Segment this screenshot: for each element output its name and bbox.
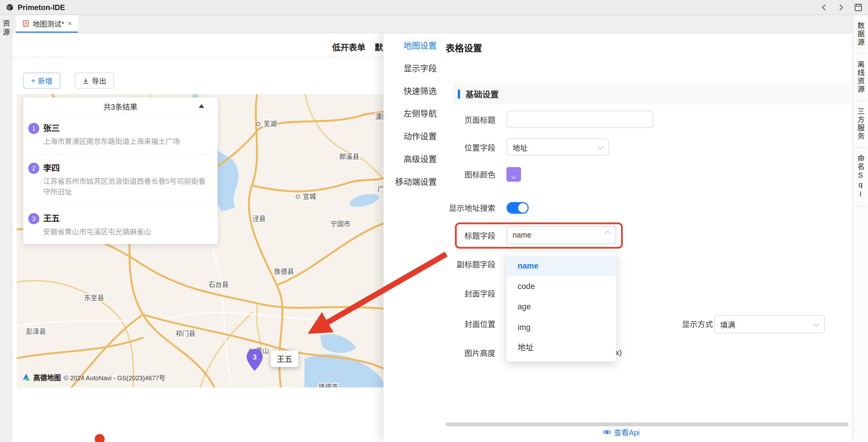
results-panel: 共3条结果 1张三上海市黄浦区南京东路街道上海来福士广场2李四江苏省苏州市姑苏区…: [23, 97, 218, 244]
section-title: 基础设置: [466, 88, 499, 100]
dropdown-option[interactable]: img: [506, 317, 616, 338]
chevron-down-icon: [512, 174, 516, 179]
section-accent-bar: [458, 90, 460, 98]
address-search-label: 显示地址搜索: [406, 202, 495, 213]
app-window: Primeton-IDE 资源 地图测试* × 数据源离线资源三方服务命名Sql…: [0, 0, 868, 442]
item-address: 安徽省黄山市屯溪区屯光镇麻雀山: [43, 226, 212, 237]
dropdown-option[interactable]: 地址: [506, 338, 616, 358]
map-marker-index: 3: [253, 353, 257, 361]
left-rail-resources[interactable]: 资源: [1, 20, 11, 442]
dropdown-option[interactable]: age: [506, 297, 616, 317]
nav-forward-icon[interactable]: [837, 3, 845, 11]
eye-icon: [603, 429, 611, 435]
map-marker-label[interactable]: 王五: [271, 350, 299, 367]
tab-map-test[interactable]: 地图测试* ×: [16, 15, 78, 33]
map-place-label: 彭泽县: [26, 328, 46, 335]
map-place-label: 建德市: [318, 383, 338, 387]
list-item[interactable]: 2李四江苏省苏州市姑苏区沧浪街道西善长巷5号司前街看守所旧址: [23, 155, 218, 206]
document-icon: [22, 20, 29, 27]
export-button[interactable]: 导出: [75, 72, 114, 88]
item-name: 张三: [43, 122, 212, 133]
map-place-label: 溧阳: [375, 113, 383, 121]
settings-nav-item[interactable]: 快速筛选: [383, 80, 439, 102]
map-place-label: 芜湖: [264, 120, 277, 128]
item-index-badge: 3: [28, 213, 39, 224]
item-index-badge: 1: [28, 123, 39, 134]
toolbar-divider: [12, 57, 383, 58]
results-header: 共3条结果: [23, 97, 218, 115]
title-field-select[interactable]: name: [506, 226, 616, 244]
map-place-label: 泾县: [252, 215, 266, 222]
app-logo-icon: [6, 3, 14, 11]
subtitle-field-label: 副标题字段: [406, 258, 495, 270]
map-place-label: 旌德县: [274, 268, 294, 275]
settings-panel: 地图设置显示字段快速筛选左侧导航动作设置高级设置移动端设置 表格设置 基础设置 …: [383, 33, 852, 442]
item-name: 李四: [43, 161, 212, 173]
add-button[interactable]: + 新增: [23, 72, 60, 88]
download-icon: [83, 77, 89, 84]
item-body: 王五安徽省黄山市屯溪区屯光镇麻雀山: [43, 212, 212, 237]
title-field-dropdown: namecodeageimg地址: [506, 253, 616, 361]
page-title-label: 页面标题: [406, 114, 495, 125]
item-address: 江苏省苏州市姑苏区沧浪街道西善长巷5号司前街看守所旧址: [43, 176, 212, 197]
icon-color-label: 图标颜色: [406, 169, 495, 180]
location-field-select[interactable]: 地址: [506, 138, 609, 155]
title-bar: Primeton-IDE: [0, 0, 868, 15]
icon-color-picker[interactable]: [506, 167, 521, 182]
collapse-icon[interactable]: [199, 104, 205, 108]
toolbar-form-type[interactable]: 低开表单: [332, 41, 365, 53]
chevron-down-icon: [813, 320, 819, 326]
list-item[interactable]: 3王五安徽省黄山市屯溪区屯光镇麻雀山: [23, 205, 218, 244]
right-rail: 数据源离线资源三方服务命名Sql: [852, 15, 868, 442]
page-title-input[interactable]: [506, 111, 653, 128]
map-attribution: 高德地图 © 2024 AutoNavi - GS(2023)4677号: [22, 372, 165, 383]
horizontal-scrollbar[interactable]: [445, 422, 848, 427]
cover-position-label: 封面位置: [406, 318, 495, 329]
section-header: 基础设置: [453, 83, 850, 104]
tab-close-icon[interactable]: ×: [68, 20, 72, 27]
nav-back-icon[interactable]: [820, 3, 828, 11]
view-api-label: 查看Api: [614, 427, 640, 437]
tab-label: 地图测试*: [33, 18, 64, 29]
right-rail-item[interactable]: 数据源: [855, 15, 866, 54]
list-item[interactable]: 1张三上海市黄浦区南京东路街道上海来福士广场: [23, 115, 218, 155]
display-mode-select[interactable]: 填满: [714, 315, 825, 333]
item-body: 李四江苏省苏州市姑苏区沧浪街道西善长巷5号司前街看守所旧址: [43, 161, 212, 197]
dropdown-option[interactable]: name: [506, 256, 616, 276]
app-title: Primeton-IDE: [18, 3, 65, 11]
item-index-badge: 2: [28, 162, 39, 173]
toolbar-default[interactable]: 默: [375, 41, 383, 53]
settings-nav-item[interactable]: 显示字段: [383, 57, 439, 80]
map-place-label: 东至县: [84, 294, 104, 302]
map-place-label: 郎溪县: [339, 153, 359, 160]
annotation-dot: [95, 434, 104, 442]
item-body: 张三上海市黄浦区南京东路街道上海来福士广场: [43, 122, 212, 147]
dropdown-option[interactable]: code: [506, 276, 616, 297]
settings-title: 表格设置: [445, 41, 482, 54]
settings-nav-item[interactable]: 地图设置: [383, 34, 439, 57]
display-mode-value: 填满: [720, 318, 735, 329]
image-height-label: 图片高度: [406, 347, 495, 358]
map-place-label: 广德: [378, 186, 384, 193]
map-place-label: 祁门县: [176, 330, 195, 338]
map-place-label: 石台县: [209, 281, 228, 288]
save-icon[interactable]: [854, 3, 862, 11]
results-count: 共3条结果: [103, 100, 137, 112]
plus-icon: +: [31, 76, 35, 85]
map-place-label: 宁国市: [331, 220, 350, 228]
export-button-label: 导出: [92, 75, 106, 86]
title-field-label: 标题字段: [406, 230, 495, 241]
map-place-label: 宣城: [303, 193, 316, 200]
map-city-dot: [296, 195, 299, 198]
right-rail-item[interactable]: 离线资源: [855, 54, 866, 101]
display-mode-label: 显示方式: [648, 318, 713, 329]
right-rail-item[interactable]: 三方服务: [855, 101, 866, 148]
address-search-toggle[interactable]: [506, 202, 529, 214]
tab-bar: 地图测试* ×: [12, 15, 852, 33]
map-marker-pin[interactable]: 3: [246, 348, 264, 372]
image-height-hint: x): [616, 348, 622, 357]
view-api-link[interactable]: 查看Api: [603, 427, 640, 437]
right-rail-item[interactable]: 命名Sql: [855, 148, 866, 207]
item-address: 上海市黄浦区南京东路街道上海来福士广场: [43, 136, 212, 147]
left-rail: 资源: [0, 15, 12, 442]
